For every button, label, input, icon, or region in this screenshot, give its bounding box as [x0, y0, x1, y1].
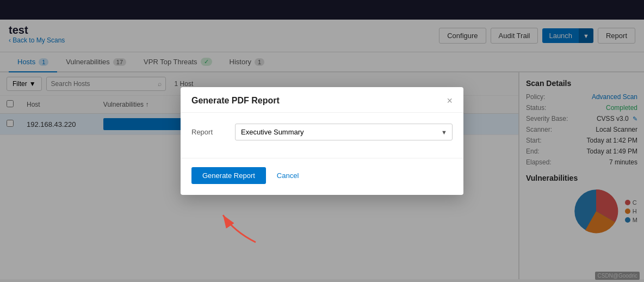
modal-header: Generate PDF Report ×: [181, 87, 463, 113]
generate-report-button[interactable]: Generate Report: [191, 167, 266, 184]
cancel-button[interactable]: Cancel: [275, 167, 301, 184]
modal-title: Generate PDF Report: [191, 96, 280, 106]
report-form-row: Report Executive Summary Custom Detailed…: [191, 124, 453, 140]
modal-body: Report Executive Summary Custom Detailed…: [181, 113, 463, 158]
report-label: Report: [191, 128, 235, 136]
generate-report-modal: Generate PDF Report × Report Executive S…: [181, 87, 463, 195]
modal-close-button[interactable]: ×: [447, 96, 453, 106]
arrow-annotation: [212, 204, 277, 249]
report-select-wrapper: Executive Summary Custom Detailed Vulner…: [235, 124, 453, 140]
report-type-select[interactable]: Executive Summary Custom Detailed Vulner…: [235, 124, 453, 140]
modal-overlay[interactable]: Generate PDF Report × Report Executive S…: [0, 0, 644, 282]
modal-divider: [181, 158, 463, 158]
modal-footer: Generate Report Cancel: [181, 167, 463, 195]
